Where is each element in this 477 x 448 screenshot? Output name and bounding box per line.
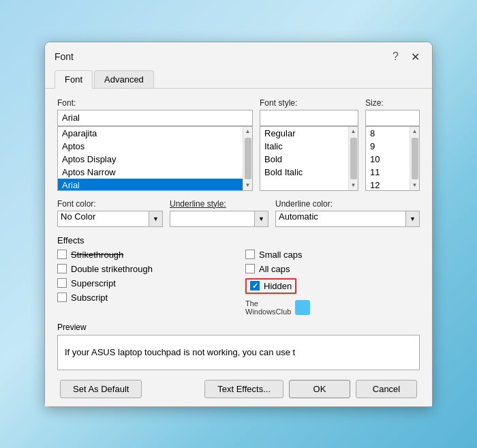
watermark-line1: The — [245, 299, 291, 308]
size-column: Size: 8 9 10 11 12 ▲ ▼ — [365, 98, 420, 191]
style-label: Font style: — [260, 98, 358, 108]
effects-grid: Strikethrough Double strikethrough Super… — [57, 250, 420, 316]
dialog-title: Font — [55, 51, 74, 62]
font-item-arial[interactable]: Arial — [58, 179, 243, 190]
underline-color-label: Underline color: — [275, 199, 420, 209]
effect-small-caps: Small caps — [245, 250, 420, 260]
font-scroll-down[interactable]: ▼ — [243, 181, 253, 190]
effect-subscript: Subscript — [57, 293, 232, 303]
text-effects-button[interactable]: Text Effects... — [204, 380, 283, 398]
ok-button[interactable]: OK — [289, 380, 350, 398]
close-button[interactable]: ✕ — [408, 49, 422, 65]
checkbox-strikethrough[interactable] — [57, 250, 67, 259]
effect-strikethrough: Strikethrough — [57, 250, 232, 260]
label-strikethrough: Strikethrough — [71, 250, 123, 260]
effect-all-caps: All caps — [245, 264, 420, 274]
title-controls: ? ✕ — [390, 49, 422, 65]
watermark-line2: WindowsClub — [245, 308, 291, 316]
font-color-value[interactable]: No Color — [58, 211, 149, 226]
checkbox-superscript[interactable] — [57, 278, 67, 288]
style-scroll-up[interactable]: ▲ — [349, 127, 358, 136]
size-scrollbar[interactable]: ▲ ▼ — [410, 127, 419, 190]
font-dialog: Font ? ✕ Font Advanced Font: Aparajita A… — [44, 42, 433, 407]
label-small-caps: Small caps — [259, 250, 303, 260]
cancel-button[interactable]: Cancel — [356, 380, 417, 398]
size-item-9[interactable]: 9 — [366, 140, 410, 153]
effects-section: Effects Strikethrough Double strikethrou… — [57, 235, 420, 316]
preview-section: Preview If your ASUS laptop touchpad is … — [57, 323, 420, 370]
font-color-dropdown-btn[interactable]: ▼ — [149, 211, 162, 226]
hidden-highlight-box: Hidden — [245, 278, 296, 294]
font-item-aptos-narrow[interactable]: Aptos Narrow — [58, 166, 243, 179]
checkbox-hidden[interactable] — [250, 281, 260, 290]
font-scroll-up[interactable]: ▲ — [243, 127, 253, 136]
font-list-wrapper: Aparajita Aptos Aptos Display Aptos Narr… — [57, 126, 253, 191]
set-default-button[interactable]: Set As Default — [60, 380, 142, 398]
tab-font[interactable]: Font — [55, 70, 93, 89]
font-input[interactable] — [57, 110, 253, 126]
title-bar: Font ? ✕ — [45, 42, 432, 70]
underline-style-dropdown-btn[interactable]: ▼ — [254, 211, 268, 226]
font-item-aptos-display[interactable]: Aptos Display — [58, 153, 243, 166]
label-subscript: Subscript — [71, 293, 108, 303]
underline-color-value[interactable]: Automatic — [276, 211, 405, 226]
footer-buttons: Set As Default Text Effects... OK Cancel — [57, 380, 420, 398]
watermark-area: The WindowsClub — [245, 299, 420, 316]
dialog-body: Font: Aparajita Aptos Aptos Display Apto… — [45, 89, 432, 406]
style-scrollbar[interactable]: ▲ ▼ — [348, 127, 358, 190]
font-label: Font: — [57, 98, 253, 108]
underline-row: Font color: No Color ▼ Underline style: … — [57, 199, 420, 227]
font-scrollbar[interactable]: ▲ ▼ — [243, 127, 252, 190]
style-input[interactable] — [260, 110, 358, 126]
effect-hidden-row: Hidden — [245, 278, 420, 294]
style-item-italic[interactable]: Italic — [260, 140, 348, 153]
style-list[interactable]: Regular Italic Bold Bold Italic — [260, 127, 348, 190]
preview-label: Preview — [57, 323, 420, 332]
effects-left-col: Strikethrough Double strikethrough Super… — [57, 250, 232, 316]
font-item-aparajita[interactable]: Aparajita — [58, 127, 243, 140]
style-item-regular[interactable]: Regular — [260, 127, 348, 140]
footer-right: Text Effects... OK Cancel — [204, 380, 417, 398]
style-scroll-thumb[interactable] — [350, 138, 357, 179]
font-column: Font: Aparajita Aptos Aptos Display Apto… — [57, 98, 253, 191]
underline-color-col: Underline color: Automatic ▼ — [275, 199, 420, 227]
font-item-aptos[interactable]: Aptos — [58, 140, 243, 153]
size-list-wrapper: 8 9 10 11 12 ▲ ▼ — [365, 126, 420, 191]
label-double-strikethrough: Double strikethrough — [71, 264, 153, 274]
size-scroll-up[interactable]: ▲ — [410, 127, 420, 136]
size-item-8[interactable]: 8 — [366, 127, 410, 140]
checkbox-all-caps[interactable] — [245, 264, 255, 273]
help-button[interactable]: ? — [390, 49, 401, 64]
style-item-bold-italic[interactable]: Bold Italic — [260, 166, 348, 179]
checkbox-subscript[interactable] — [57, 293, 67, 302]
underline-color-select-wrap: Automatic ▼ — [275, 211, 420, 227]
watermark-text-area: The WindowsClub — [245, 299, 291, 316]
size-scroll-down[interactable]: ▼ — [410, 181, 420, 190]
size-item-12[interactable]: 12 — [366, 179, 410, 190]
size-item-11[interactable]: 11 — [366, 166, 410, 179]
underline-color-dropdown-btn[interactable]: ▼ — [405, 211, 419, 226]
style-item-bold[interactable]: Bold — [260, 153, 348, 166]
font-list[interactable]: Aparajita Aptos Aptos Display Aptos Narr… — [58, 127, 243, 190]
style-scroll-down[interactable]: ▼ — [349, 181, 358, 190]
checkbox-small-caps[interactable] — [245, 250, 255, 259]
font-color-col: Font color: No Color ▼ — [57, 199, 163, 227]
font-color-label: Font color: — [57, 199, 163, 209]
style-column: Font style: Regular Italic Bold Bold Ita… — [260, 98, 358, 191]
font-color-select-wrap: No Color ▼ — [57, 211, 163, 227]
preview-text: If your ASUS laptop touchpad is not work… — [65, 347, 295, 357]
label-hidden: Hidden — [264, 281, 292, 291]
font-scroll-thumb[interactable] — [245, 138, 251, 179]
size-list[interactable]: 8 9 10 11 12 — [366, 127, 410, 190]
tab-bar: Font Advanced — [45, 70, 432, 89]
tab-advanced[interactable]: Advanced — [94, 70, 154, 88]
effects-label: Effects — [57, 235, 420, 245]
size-input[interactable] — [365, 110, 420, 126]
font-row: Font: Aparajita Aptos Aptos Display Apto… — [57, 98, 420, 191]
size-item-10[interactable]: 10 — [366, 153, 410, 166]
size-scroll-thumb[interactable] — [412, 138, 418, 179]
underline-style-label: Underline style: — [170, 199, 268, 209]
checkbox-double-strikethrough[interactable] — [57, 264, 67, 273]
effect-superscript: Superscript — [57, 278, 232, 288]
underline-style-value[interactable] — [170, 211, 254, 226]
